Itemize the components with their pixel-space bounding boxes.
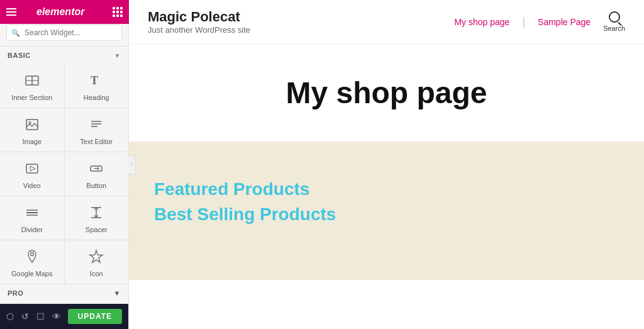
page-title-section: My shop page bbox=[129, 44, 644, 142]
featured-products-link[interactable]: Featured Products bbox=[154, 179, 619, 199]
heading-icon: T bbox=[89, 73, 104, 90]
basic-section-header[interactable]: BASIC ▼ bbox=[0, 47, 128, 64]
widget-image-label: Image bbox=[22, 138, 42, 145]
site-tagline: Just another WordPress site bbox=[148, 25, 250, 35]
widget-google-maps[interactable]: Google Maps bbox=[0, 240, 64, 284]
google-maps-icon bbox=[25, 249, 40, 266]
search-circle-icon bbox=[609, 11, 620, 23]
image-icon bbox=[25, 117, 40, 134]
widget-icon-label: Icon bbox=[90, 270, 103, 277]
wp-nav: My shop page | Sample Page Search bbox=[454, 11, 625, 32]
svg-point-20 bbox=[30, 253, 33, 256]
pro-section-header[interactable]: PRO ▼ bbox=[0, 284, 128, 302]
svg-text:T: T bbox=[91, 74, 98, 87]
button-icon bbox=[89, 161, 104, 178]
widget-divider-label: Divider bbox=[21, 226, 43, 233]
page-body-section: Featured Products Best Selling Products bbox=[129, 142, 644, 280]
widget-text-editor[interactable]: Text Editor bbox=[65, 108, 129, 152]
responsive-icon[interactable]: ☐ bbox=[36, 311, 45, 321]
site-title: Magic Polecat bbox=[148, 9, 250, 25]
text-editor-icon bbox=[89, 117, 104, 134]
divider-icon bbox=[25, 205, 40, 222]
widget-heading-label: Heading bbox=[84, 94, 109, 101]
collapse-handle[interactable]: ‹ bbox=[128, 155, 136, 174]
widget-inner-section[interactable]: Inner Section bbox=[0, 64, 64, 108]
widget-video[interactable]: Video bbox=[0, 152, 64, 196]
wp-header: Magic Polecat Just another WordPress sit… bbox=[129, 0, 644, 44]
svg-rect-10 bbox=[26, 164, 38, 173]
pro-section-label: PRO bbox=[8, 289, 23, 297]
svg-text:elementor: elementor bbox=[36, 6, 85, 17]
widget-icon[interactable]: Icon bbox=[65, 240, 129, 284]
nav-divider: | bbox=[522, 15, 525, 28]
widget-spacer-label: Spacer bbox=[86, 226, 108, 233]
elementor-logo: elementor bbox=[36, 4, 93, 21]
sidebar-bottom-bar: ⬡ ↺ ☐ 👁 UPDATE bbox=[0, 304, 128, 329]
widget-spacer[interactable]: Spacer bbox=[65, 196, 129, 240]
nav-my-shop-page[interactable]: My shop page bbox=[454, 17, 509, 27]
svg-point-6 bbox=[29, 122, 31, 124]
site-branding: Magic Polecat Just another WordPress sit… bbox=[148, 9, 250, 35]
menu-icon[interactable] bbox=[6, 8, 16, 16]
search-label: Search bbox=[603, 25, 625, 32]
page-content: My shop page Featured Products Best Sell… bbox=[129, 44, 644, 329]
wp-search-button[interactable]: Search bbox=[603, 11, 625, 32]
icon-widget-icon bbox=[89, 249, 104, 266]
page-title: My shop page bbox=[148, 75, 625, 110]
widget-text-editor-label: Text Editor bbox=[80, 138, 113, 145]
basic-chevron-icon: ▼ bbox=[114, 52, 121, 59]
sidebar: elementor ELEMENTS GLOBAL 🔍 BASIC ▼ bbox=[0, 0, 129, 329]
best-selling-products-link[interactable]: Best Selling Products bbox=[154, 204, 619, 225]
inner-section-icon bbox=[25, 73, 40, 90]
spacer-icon bbox=[89, 205, 104, 222]
widgets-grid: Inner Section T Heading bbox=[0, 64, 128, 284]
search-widget-icon: 🔍 bbox=[11, 29, 20, 37]
widget-heading[interactable]: T Heading bbox=[65, 64, 129, 108]
widget-divider[interactable]: Divider bbox=[0, 196, 64, 240]
bottom-icons: ⬡ ↺ ☐ 👁 bbox=[6, 311, 61, 321]
widget-button[interactable]: Button bbox=[65, 152, 129, 196]
update-button[interactable]: UPDATE bbox=[68, 309, 122, 324]
content-area: Magic Polecat Just another WordPress sit… bbox=[129, 0, 644, 329]
elementor-top-bar: elementor bbox=[0, 0, 129, 24]
widget-inner-section-label: Inner Section bbox=[11, 94, 52, 101]
widget-image[interactable]: Image bbox=[0, 108, 64, 152]
preview-icon[interactable]: 👁 bbox=[52, 311, 61, 321]
pro-chevron-icon: ▼ bbox=[114, 289, 121, 297]
apps-icon[interactable] bbox=[113, 7, 123, 17]
nav-sample-page[interactable]: Sample Page bbox=[538, 17, 591, 27]
history-icon[interactable]: ↺ bbox=[21, 311, 29, 321]
search-widget-input[interactable] bbox=[6, 25, 122, 41]
widget-button-label: Button bbox=[86, 182, 106, 189]
widget-video-label: Video bbox=[23, 182, 41, 189]
svg-marker-11 bbox=[30, 166, 35, 171]
video-icon bbox=[25, 161, 40, 178]
widget-google-maps-label: Google Maps bbox=[11, 270, 52, 277]
collapse-icon: ‹ bbox=[131, 162, 133, 167]
basic-section-label: BASIC bbox=[8, 52, 31, 59]
layers-icon[interactable]: ⬡ bbox=[6, 311, 14, 321]
